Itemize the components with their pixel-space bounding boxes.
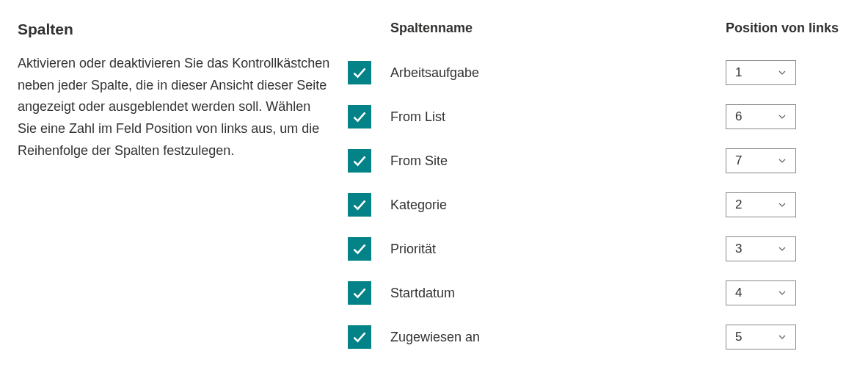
header-position: Position von links: [726, 21, 850, 36]
section-title: Spalten: [18, 21, 333, 38]
chevron-down-icon: [778, 245, 787, 253]
position-select[interactable]: 2: [726, 192, 796, 217]
position-select[interactable]: 1: [726, 60, 796, 85]
position-select[interactable]: 6: [726, 104, 796, 129]
column-label: From Site: [383, 153, 726, 169]
checkmark-icon: [352, 65, 367, 80]
column-label: Priorität: [383, 242, 726, 257]
section-description: Aktivieren oder deaktivieren Sie das Kon…: [18, 53, 333, 162]
table-header: Spaltenname Position von links: [348, 15, 850, 36]
position-value: 5: [735, 330, 778, 344]
column-label: Zugewiesen an: [383, 330, 726, 345]
checkmark-icon: [352, 153, 367, 168]
checkmark-icon: [352, 109, 367, 124]
column-label: Kategorie: [383, 198, 726, 213]
table-row: From List 6: [348, 95, 850, 139]
header-column-name: Spaltenname: [383, 21, 726, 36]
column-checkbox[interactable]: [348, 61, 371, 84]
position-select[interactable]: 5: [726, 325, 796, 350]
table-row: Startdatum 4: [348, 271, 850, 315]
column-checkbox[interactable]: [348, 193, 371, 217]
checkmark-icon: [352, 198, 367, 212]
table-row: Arbeitsaufgabe 1: [348, 51, 850, 95]
checkmark-icon: [352, 330, 367, 344]
chevron-down-icon: [778, 289, 787, 297]
table-row: Kategorie 2: [348, 183, 850, 227]
column-label: Arbeitsaufgabe: [383, 65, 726, 81]
section-info: Spalten Aktivieren oder deaktivieren Sie…: [18, 15, 333, 359]
position-value: 7: [735, 153, 778, 168]
chevron-down-icon: [778, 112, 787, 121]
table-row: From Site 7: [348, 139, 850, 183]
chevron-down-icon: [778, 200, 787, 209]
position-select[interactable]: 4: [726, 280, 796, 305]
column-checkbox[interactable]: [348, 105, 371, 128]
position-value: 3: [735, 242, 778, 256]
column-checkbox[interactable]: [348, 325, 371, 349]
column-label: Startdatum: [383, 286, 726, 301]
position-value: 1: [735, 65, 778, 80]
columns-table: Spaltenname Position von links Arbeitsau…: [348, 15, 850, 359]
checkmark-icon: [352, 286, 367, 300]
chevron-down-icon: [778, 156, 787, 165]
chevron-down-icon: [778, 333, 787, 341]
position-value: 2: [735, 198, 778, 212]
table-row: Zugewiesen an 5: [348, 315, 850, 359]
column-label: From List: [383, 109, 726, 125]
column-checkbox[interactable]: [348, 237, 371, 261]
position-select[interactable]: 7: [726, 148, 796, 173]
checkmark-icon: [352, 242, 367, 256]
position-select[interactable]: 3: [726, 236, 796, 261]
chevron-down-icon: [778, 68, 787, 77]
position-value: 6: [735, 109, 778, 124]
position-value: 4: [735, 286, 778, 300]
table-row: Priorität 3: [348, 227, 850, 271]
column-checkbox[interactable]: [348, 149, 371, 173]
columns-settings-panel: Spalten Aktivieren oder deaktivieren Sie…: [18, 15, 850, 359]
column-checkbox[interactable]: [348, 281, 371, 305]
